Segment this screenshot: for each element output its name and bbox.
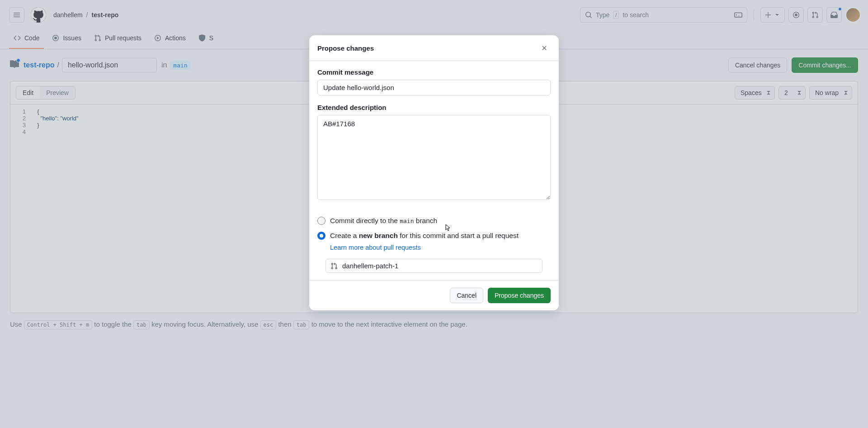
git-branch-icon xyxy=(330,262,338,270)
dialog-header: Propose changes xyxy=(309,35,559,61)
propose-changes-dialog: Propose changes Commit message Extended … xyxy=(309,35,559,310)
learn-more-link[interactable]: Learn more about pull requests xyxy=(330,243,519,253)
dialog-title: Propose changes xyxy=(317,44,374,52)
dialog-footer: Cancel Propose changes xyxy=(309,280,559,310)
branch-name-input[interactable] xyxy=(342,262,538,270)
commit-message-label: Commit message xyxy=(317,68,551,76)
close-dialog-button[interactable] xyxy=(538,42,551,54)
propose-changes-button[interactable]: Propose changes xyxy=(488,288,551,303)
radio-unchecked[interactable] xyxy=(317,217,326,225)
mouse-cursor xyxy=(445,224,452,233)
extended-description-label: Extended description xyxy=(317,104,551,111)
close-icon xyxy=(541,44,548,52)
dialog-body: Commit message Extended description Comm… xyxy=(309,61,559,280)
cancel-button[interactable]: Cancel xyxy=(450,288,483,303)
extended-description-input[interactable] xyxy=(317,115,551,200)
create-branch-option[interactable]: Create a new branch for this commit and … xyxy=(317,230,551,252)
commit-direct-option[interactable]: Commit directly to the main branch xyxy=(317,215,551,226)
branch-name-field[interactable] xyxy=(326,259,542,273)
radio-checked[interactable] xyxy=(317,232,326,240)
commit-message-input[interactable] xyxy=(317,80,551,95)
